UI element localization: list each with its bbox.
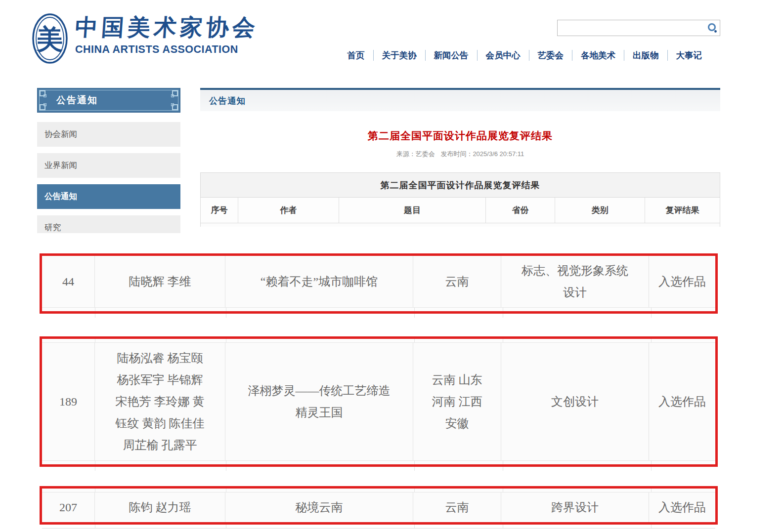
meta-source: 来源：艺委会 — [396, 150, 435, 158]
page-title: 第二届全国平面设计作品展览复评结果 — [200, 129, 720, 143]
nav-item-major-events[interactable]: 大事记 — [667, 50, 711, 61]
meta-published: 发布时间：2025/3/6 20:57:11 — [440, 150, 524, 158]
cell-result: 入选作品 — [649, 492, 715, 522]
cell-serial: 207 — [42, 492, 95, 522]
nav-item-home[interactable]: 首页 — [339, 50, 373, 61]
nav-item-art-committee[interactable]: 艺委会 — [529, 50, 572, 61]
crop-sliver — [42, 460, 715, 464]
cell-serial: 189 — [42, 343, 95, 460]
column-header-result: 复评结果 — [645, 198, 720, 223]
column-header-province: 省份 — [486, 198, 555, 223]
table-caption: 第二届全国平面设计作品展览复评结果 — [201, 173, 720, 198]
crop-sliver — [42, 307, 715, 311]
column-header-serial: 序号 — [201, 198, 238, 223]
logo-seal-icon: 美 — [32, 13, 68, 64]
highlighted-rows: 44 陆晓辉 李维 “赖着不走”城市咖啡馆 云南 标志、视觉形象系统 设计 入选… — [0, 253, 784, 529]
sidebar-item-announcements[interactable]: 公告通知 — [37, 184, 180, 209]
cell-category: 跨界设计 — [501, 492, 649, 522]
table-row: 44 陆晓辉 李维 “赖着不走”城市咖啡馆 云南 标志、视觉形象系统 设计 入选… — [42, 256, 715, 307]
page: 美 中国美术家协会 CHINA ARTISTS ASSOCIATION 首页 — [0, 0, 784, 532]
sidebar-item-industry-news[interactable]: 业界新闻 — [37, 153, 180, 178]
table-header-row: 序号 作者 题目 省份 类别 复评结果 — [201, 198, 720, 223]
column-header-title: 题目 — [339, 198, 486, 223]
table-row-189: 189 陆杨泓睿 杨宝颐 杨张军宇 毕锦辉 宋艳芳 李玲娜 黄 钰纹 黄韵 陈佳… — [40, 336, 718, 467]
logo-text: 中国美术家协会 CHINA ARTISTS ASSOCIATION — [75, 13, 259, 56]
cell-serial: 44 — [42, 256, 95, 307]
crop-sliver — [42, 467, 715, 471]
table-row: 189 陆杨泓睿 杨宝颐 杨张军宇 毕锦辉 宋艳芳 李玲娜 黄 钰纹 黄韵 陈佳… — [42, 343, 715, 460]
cell-province: 云南 山东 河南 江西 安徽 — [413, 343, 501, 460]
main-nav: 首页 关于美协 新闻公告 会员中心 艺委会 各地美术 出版物 大事记 — [339, 50, 711, 61]
corner-ornament-icon — [39, 103, 46, 111]
column-header-category: 类别 — [555, 198, 645, 223]
sidebar-title-panel: 公告通知 — [37, 88, 180, 113]
sidebar-item-association-news[interactable]: 协会新闻 — [37, 122, 180, 147]
search-input[interactable] — [558, 20, 705, 36]
cell-authors: 陆杨泓睿 杨宝颐 杨张军宇 毕锦辉 宋艳芳 李玲娜 黄 钰纹 黄韵 陈佳佳 周芷… — [95, 343, 225, 460]
logo[interactable]: 美 中国美术家协会 CHINA ARTISTS ASSOCIATION — [32, 13, 259, 64]
results-table: 第二届全国平面设计作品展览复评结果 序号 作者 题目 省份 类别 复评结果 — [200, 172, 720, 227]
corner-ornament-icon — [39, 89, 46, 97]
cell-authors: 陆晓辉 李维 — [95, 256, 225, 307]
cell-result: 入选作品 — [649, 343, 715, 460]
article-meta: 来源：艺委会 发布时间：2025/3/6 20:57:11 — [200, 150, 720, 159]
crop-sliver — [42, 314, 715, 318]
sidebar: 公告通知 协会新闻 业界新闻 公告通知 研究 — [37, 88, 180, 233]
main-content: 公告通知 第二届全国平面设计作品展览复评结果 来源：艺委会 发布时间：2025/… — [200, 88, 720, 233]
table-row-44: 44 陆晓辉 李维 “赖着不走”城市咖啡馆 云南 标志、视觉形象系统 设计 入选… — [40, 253, 718, 314]
svg-text:美: 美 — [36, 25, 63, 54]
website-capture: 美 中国美术家协会 CHINA ARTISTS ASSOCIATION 首页 — [0, 0, 784, 233]
table-row-207: 207 陈钧 赵力瑶 秘境云南 云南 跨界设计 入选作品 — [40, 486, 718, 525]
nav-item-news-announcements[interactable]: 新闻公告 — [425, 50, 477, 61]
crop-sliver — [42, 525, 715, 529]
corner-ornament-icon — [171, 103, 179, 111]
cell-title: “赖着不走”城市咖啡馆 — [225, 256, 413, 307]
nav-item-about[interactable]: 关于美协 — [373, 50, 425, 61]
breadcrumb-bar: 公告通知 — [200, 88, 720, 111]
cell-category: 文创设计 — [501, 343, 649, 460]
sidebar-item-research[interactable]: 研究 — [37, 215, 180, 233]
cell-province: 云南 — [413, 492, 501, 522]
cell-title: 秘境云南 — [225, 492, 413, 522]
column-header-authors: 作者 — [238, 198, 339, 223]
nav-item-publications[interactable]: 出版物 — [624, 50, 667, 61]
search-icon[interactable] — [705, 20, 720, 36]
logo-title-cn: 中国美术家协会 — [74, 13, 260, 42]
table-row-sliver — [201, 223, 720, 227]
breadcrumb: 公告通知 — [209, 95, 246, 107]
search-box — [557, 20, 720, 36]
sidebar-title: 公告通知 — [56, 94, 98, 107]
cell-province: 云南 — [413, 256, 501, 307]
crop-sliver — [42, 339, 715, 343]
logo-title-en: CHINA ARTISTS ASSOCIATION — [75, 43, 259, 56]
cell-title: 泽栩梦灵——传统工艺缔造 精灵王国 — [225, 343, 413, 460]
cell-category: 标志、视觉形象系统 设计 — [501, 256, 649, 307]
nav-item-member-center[interactable]: 会员中心 — [477, 50, 529, 61]
cell-authors: 陈钧 赵力瑶 — [95, 492, 225, 522]
table-row: 207 陈钧 赵力瑶 秘境云南 云南 跨界设计 入选作品 — [42, 492, 715, 522]
cell-result: 入选作品 — [649, 256, 715, 307]
site-header: 美 中国美术家协会 CHINA ARTISTS ASSOCIATION 首页 — [0, 0, 784, 74]
content-row: 公告通知 协会新闻 业界新闻 公告通知 研究 公告通知 第二届全国平面设计作品展… — [0, 74, 784, 233]
crop-sliver — [42, 489, 715, 492]
nav-item-regional-art[interactable]: 各地美术 — [572, 50, 624, 61]
corner-ornament-icon — [171, 89, 179, 97]
